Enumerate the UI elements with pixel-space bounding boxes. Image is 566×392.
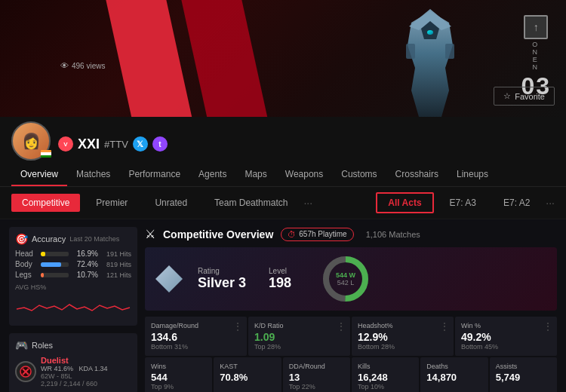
head-bar-bg: [41, 252, 69, 256]
tab-weapons[interactable]: Weapons: [276, 164, 332, 186]
stat-more-icon-2[interactable]: ⋮: [440, 321, 449, 332]
left-panel: 🎯 Accuracy Last 20 Matches Head 16.9% 19…: [9, 227, 137, 392]
clock-icon: ⏱: [288, 230, 296, 239]
accuracy-head-row: Head 16.9% 191 Hits: [15, 250, 131, 258]
comp-overview-header: ⚔ Competitive Overview ⏱ 657h Playtime 1…: [145, 227, 557, 241]
flag-badge: [41, 150, 51, 158]
svg-rect-5: [445, 44, 454, 59]
overview-icon: ⚔: [145, 227, 155, 241]
body-bar-bg: [41, 262, 69, 267]
avg-hs-label: AVG HS%: [15, 283, 131, 291]
duelist-icon: [15, 361, 36, 382]
stats-row-1: Damage/Round 134.6 Bottom 31% ⋮ K/D Rati…: [145, 317, 557, 356]
filter-row: Competitive Premier Unrated Team Deathma…: [0, 187, 566, 219]
rank-icon: ↑: [524, 15, 548, 39]
role-stats: WR 41.6% KDA 1.34: [41, 365, 108, 372]
tab-overview[interactable]: Overview: [11, 164, 67, 186]
twitter-icon[interactable]: 𝕏: [133, 136, 148, 152]
star-icon: ☆: [503, 91, 511, 101]
stat-assists: Assists 5,749: [490, 357, 557, 392]
character-svg: [385, 8, 475, 117]
filter-all-acts[interactable]: All Acts: [376, 192, 433, 213]
stat-wins: Wins 544 Top 9%: [145, 357, 212, 392]
stat-kast: KAST 70.8%: [214, 357, 281, 392]
svg-point-3: [427, 30, 433, 35]
tab-crosshairs[interactable]: Crosshairs: [386, 164, 448, 186]
hero-banner: 👁 496 views ↑ ONEN 03 ☆ Favorite: [0, 0, 566, 117]
accuracy-legs-row: Legs 10.7% 121 Hits: [15, 271, 131, 279]
playtime-badge: ⏱ 657h Playtime: [281, 228, 353, 241]
role-info: Duelist WR 41.6% KDA 1.34 62W - 85L 2,21…: [41, 356, 108, 387]
eye-icon: 👁: [60, 61, 69, 70]
win-loss-donut: 544 W 542 L: [321, 255, 370, 303]
rank-letters: ONEN: [532, 41, 540, 71]
roles-title: 🎮 Roles: [15, 339, 131, 351]
matches-count: 1,106 Matches: [366, 230, 420, 239]
tab-maps[interactable]: Maps: [235, 164, 275, 186]
filter-unrated[interactable]: Unrated: [143, 193, 198, 213]
level-info: Level 198: [269, 267, 291, 291]
stats-row-2: Wins 544 Top 9% KAST 70.8% DDA/Round 13 …: [145, 357, 557, 392]
stat-more-icon-3[interactable]: ⋮: [543, 321, 552, 332]
accuracy-box: 🎯 Accuracy Last 20 Matches Head 16.9% 19…: [9, 227, 137, 326]
wl-labels: 544 W 542 L: [321, 255, 370, 303]
tab-lineups[interactable]: Lineups: [448, 164, 497, 186]
stat-more-icon-0[interactable]: ⋮: [233, 321, 242, 332]
tab-matches[interactable]: Matches: [67, 164, 119, 186]
accuracy-rows: Head 16.9% 191 Hits Body 72.4% 819 Hits: [15, 250, 131, 279]
filter-separator-1: ···: [303, 197, 312, 209]
roles-icon: 🎮: [15, 339, 28, 351]
accuracy-icon: 🎯: [15, 233, 28, 245]
comp-title: Competitive Overview: [163, 228, 273, 240]
legs-bar-bg: [41, 273, 69, 277]
filter-team-deathmatch[interactable]: Team Deathmatch: [203, 193, 299, 213]
filter-e7a2[interactable]: E7: A2: [492, 193, 541, 213]
legs-bar-fill: [41, 273, 44, 277]
nav-tabs: Overview Matches Performance Agents Maps…: [0, 161, 566, 187]
rating-info: Rating Silver 3: [198, 267, 246, 291]
stat-win-pct: Win % 49.2% Bottom 45% ⋮: [455, 317, 557, 356]
role-duelist-item: Duelist WR 41.6% KDA 1.34 62W - 85L 2,21…: [15, 356, 131, 387]
rank-diamond-icon: [155, 265, 183, 292]
hero-character: [355, 0, 506, 117]
stat-kd-ratio: K/D Ratio 1.09 Top 28% ⋮: [248, 317, 350, 356]
rating-box: Rating Silver 3 Level 198 544 W 542: [145, 247, 557, 311]
tab-customs[interactable]: Customs: [332, 164, 386, 186]
profile-tag: #TTV: [104, 139, 128, 150]
profile-name: XXI: [78, 136, 100, 152]
svg-rect-4: [406, 44, 415, 59]
roles-box: 🎮 Roles Duelist WR 41.6%: [9, 333, 137, 392]
main-content: 🎯 Accuracy Last 20 Matches Head 16.9% 19…: [0, 219, 566, 392]
tab-performance[interactable]: Performance: [119, 164, 189, 186]
valorant-icon: V: [58, 136, 73, 152]
stat-dda-round: DDA/Round 13 Top 22%: [283, 357, 350, 392]
filter-e7a3[interactable]: E7: A3: [438, 193, 488, 213]
twitch-icon[interactable]: t: [152, 136, 168, 152]
stat-kills: Kills 16,248 Top 10%: [352, 357, 419, 392]
tab-agents[interactable]: Agents: [189, 164, 235, 186]
profile-row: 👩 V XXI #TTV 𝕏 t: [0, 117, 566, 161]
stat-damage-round: Damage/Round 134.6 Bottom 31% ⋮: [145, 317, 247, 356]
right-panel: ⚔ Competitive Overview ⏱ 657h Playtime 1…: [145, 227, 557, 392]
filter-competitive[interactable]: Competitive: [11, 194, 80, 212]
body-bar-fill: [41, 262, 61, 267]
head-bar-fill: [41, 252, 45, 256]
stat-more-icon-1[interactable]: ⋮: [337, 321, 346, 332]
stat-headshot-pct: Headshot% 12.9% Bottom 28% ⋮: [352, 317, 454, 356]
hs-sparkline: [15, 294, 131, 317]
stat-deaths: Deaths 14,870: [420, 357, 488, 392]
filter-premier[interactable]: Premier: [85, 193, 139, 213]
favorite-button[interactable]: ☆ Favorite: [494, 87, 555, 106]
hero-views: 👁 496 views: [60, 61, 105, 70]
accuracy-body-row: Body 72.4% 819 Hits: [15, 260, 131, 268]
profile-name-area: V XXI #TTV 𝕏 t: [58, 136, 168, 152]
filter-separator-2: ···: [546, 197, 555, 209]
accuracy-title: 🎯 Accuracy Last 20 Matches: [15, 233, 131, 245]
duelist-svg: [20, 366, 32, 378]
